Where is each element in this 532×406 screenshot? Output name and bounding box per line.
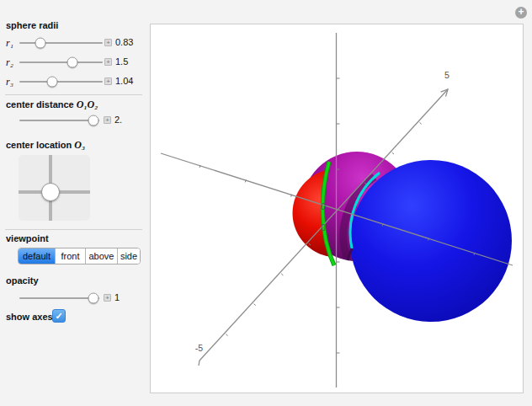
r1-slider-thumb[interactable] bbox=[35, 38, 45, 49]
r2-label: r₂ bbox=[6, 56, 13, 69]
y-axis-endcap bbox=[199, 361, 200, 366]
center-distance-heading: center distance O₁O₂ bbox=[6, 99, 98, 111]
viewpoint-segmented-control: default front above side bbox=[18, 248, 141, 264]
r3-label: r₃ bbox=[6, 76, 13, 88]
expand-plus-icon[interactable]: + bbox=[515, 7, 527, 19]
sphere-radii-heading: sphere radii bbox=[6, 20, 58, 30]
viewpoint-button-default[interactable]: default bbox=[19, 248, 56, 264]
plot-panel: 5 -5 0 0 bbox=[150, 24, 524, 393]
pad-thumb[interactable] bbox=[41, 183, 60, 201]
opacity-stepper-plus-icon[interactable]: + bbox=[104, 294, 111, 302]
slider-row-center-distance: + 2. bbox=[0, 114, 150, 127]
sphere-blue bbox=[350, 160, 512, 322]
separator bbox=[5, 94, 142, 95]
center-location-heading-var: O₃ bbox=[74, 139, 85, 151]
center-distance-heading-text: center distance bbox=[6, 99, 77, 110]
r1-value: 0.83 bbox=[115, 37, 133, 47]
slider-row-r2: r₂ + 1.5 bbox=[0, 56, 150, 69]
manipulate-panel: + sphere radii r₁ + 0.83 r₂ + 1.5 r₃ + 1… bbox=[0, 0, 532, 406]
viewpoint-button-side[interactable]: side bbox=[118, 248, 140, 264]
slider-row-r1: r₁ + 0.83 bbox=[0, 36, 150, 50]
viewpoint-button-above[interactable]: above bbox=[86, 248, 118, 264]
r2-value: 1.5 bbox=[115, 56, 128, 67]
viewpoint-button-front[interactable]: front bbox=[56, 248, 86, 264]
origin-label-lower: 0 bbox=[321, 222, 326, 232]
opacity-slider-track[interactable] bbox=[19, 297, 99, 299]
center-location-heading-text: center location bbox=[6, 140, 74, 150]
center-location-2d-slider[interactable] bbox=[19, 155, 90, 221]
y-axis-label-positive: 5 bbox=[444, 70, 450, 80]
separator bbox=[5, 229, 142, 230]
center-distance-stepper-plus-icon[interactable]: + bbox=[104, 116, 111, 124]
r3-stepper-plus-icon[interactable]: + bbox=[104, 77, 112, 85]
r3-value: 1.04 bbox=[115, 76, 133, 86]
show-axes-label: show axes bbox=[6, 312, 53, 322]
center-distance-heading-var: O₁O₂ bbox=[77, 99, 98, 110]
r3-slider-track[interactable] bbox=[19, 81, 103, 83]
r1-stepper-plus-icon[interactable]: + bbox=[104, 39, 112, 46]
y-axis-label-negative: -5 bbox=[195, 343, 203, 353]
show-axes-checkbox[interactable]: ✓ bbox=[52, 309, 66, 323]
center-distance-value: 2. bbox=[114, 115, 122, 125]
viewpoint-heading: viewpoint bbox=[6, 233, 49, 243]
r1-label: r₁ bbox=[6, 37, 13, 50]
origin-label-upper: 0 bbox=[321, 201, 326, 211]
slider-row-r3: r₃ + 1.04 bbox=[0, 75, 150, 88]
slider-row-opacity: + 1 bbox=[0, 291, 150, 305]
r1-slider-track[interactable] bbox=[19, 42, 103, 44]
center-location-heading: center location O₃ bbox=[6, 139, 85, 152]
opacity-slider-thumb[interactable] bbox=[88, 293, 99, 304]
r3-slider-thumb[interactable] bbox=[46, 77, 57, 88]
r2-slider-thumb[interactable] bbox=[67, 57, 78, 68]
opacity-heading: opacity bbox=[6, 275, 39, 286]
r2-stepper-plus-icon[interactable]: + bbox=[104, 58, 112, 66]
center-distance-slider-track[interactable] bbox=[19, 120, 99, 121]
r2-slider-track[interactable] bbox=[19, 61, 103, 63]
plot-canvas[interactable]: 5 -5 0 0 bbox=[151, 24, 523, 393]
opacity-value: 1 bbox=[114, 292, 120, 302]
center-distance-slider-thumb[interactable] bbox=[88, 115, 99, 126]
